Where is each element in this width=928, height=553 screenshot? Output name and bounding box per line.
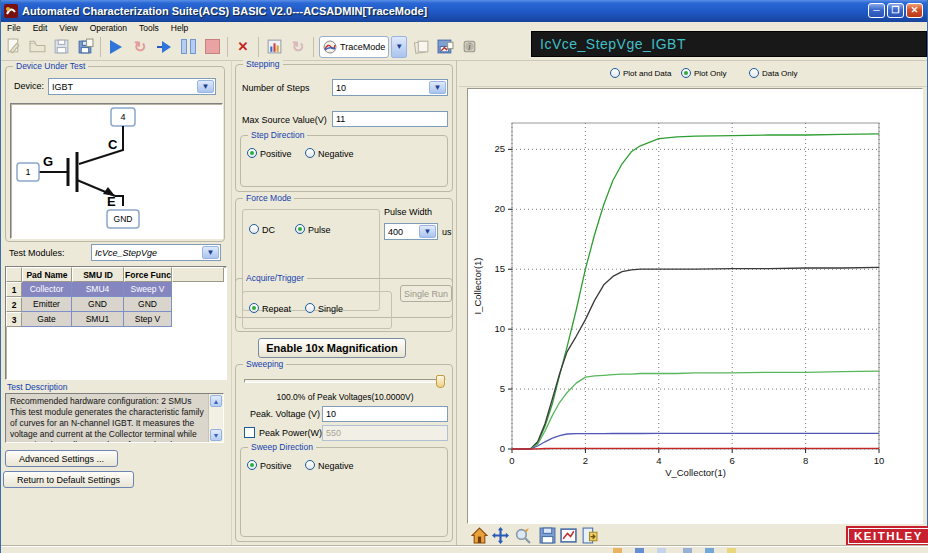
menu-file[interactable]: File <box>1 23 27 33</box>
view-options-bar: Plot and Data Plot Only Data Only <box>459 60 927 87</box>
device-chevron-icon[interactable]: ▼ <box>197 80 214 93</box>
acquire-options-box: Repeat Single <box>242 291 392 329</box>
test-modules-select[interactable]: IcVce_StepVge ▼ <box>91 244 221 261</box>
save-data-icon[interactable] <box>433 36 457 58</box>
stop-icon[interactable] <box>200 36 224 58</box>
description-scrollbar[interactable]: ▲ ▼ <box>208 394 223 442</box>
save-icon[interactable] <box>49 36 73 58</box>
menu-view[interactable]: View <box>53 23 83 33</box>
return-default-settings-button[interactable]: Return to Default Settings <box>3 471 134 488</box>
menu-tools[interactable]: Tools <box>133 23 165 33</box>
row-number: 3 <box>6 312 22 327</box>
system-info-icon[interactable]: i <box>457 36 481 58</box>
svg-text:2: 2 <box>583 455 588 466</box>
menu-edit[interactable]: Edit <box>27 23 54 33</box>
plot-and-data-radio[interactable] <box>610 68 620 78</box>
cell-pad-name[interactable]: Emitter <box>22 297 72 312</box>
settings-panel: Stepping Number of Steps 10 ▼ Max Source… <box>231 60 457 545</box>
open-icon[interactable] <box>25 36 49 58</box>
menu-operation[interactable]: Operation <box>84 23 133 33</box>
library-icon[interactable] <box>409 36 433 58</box>
scroll-up-icon[interactable]: ▲ <box>210 395 222 407</box>
pulse-width-select[interactable]: 400 ▼ <box>384 223 438 240</box>
cell-pad-name[interactable]: Gate <box>22 312 72 327</box>
single-radio[interactable] <box>305 303 315 313</box>
minimize-button[interactable]: ─ <box>868 3 885 18</box>
step-positive-radio[interactable] <box>247 148 257 158</box>
home-icon[interactable] <box>471 527 488 544</box>
peak-voltage-label: Peak. Voltage (V) <box>250 409 320 419</box>
igbt-schematic: 4 C 1 G E <box>11 104 220 236</box>
device-select[interactable]: IGBT ▼ <box>48 78 216 95</box>
header-pad-name: Pad Name <box>22 267 72 282</box>
step-negative-radio[interactable] <box>305 148 315 158</box>
maximize-button[interactable]: ❐ <box>887 3 904 18</box>
max-source-value-input[interactable]: 11 <box>332 111 448 127</box>
cell-force-func[interactable]: Step V <box>124 312 172 327</box>
new-icon[interactable] <box>1 36 25 58</box>
slider-thumb[interactable] <box>436 375 445 388</box>
repeat-icon[interactable]: ↻ <box>128 36 152 58</box>
plot-only-radio[interactable] <box>681 68 691 78</box>
repeat-label: Repeat <box>262 304 291 314</box>
main-area: Device Under Test Device: IGBT ▼ 4 C <box>1 60 928 545</box>
save-all-icon[interactable] <box>73 36 97 58</box>
close-button[interactable]: ✕ <box>906 3 923 18</box>
cell-force-func[interactable]: Sweep V <box>124 282 172 297</box>
single-run-button[interactable]: Single Run <box>400 285 452 302</box>
pulse-radio[interactable] <box>295 224 305 234</box>
dc-radio[interactable] <box>249 224 259 234</box>
tracemode-chevron-icon[interactable]: ▼ <box>391 36 407 58</box>
svg-text:6: 6 <box>730 455 735 466</box>
pause-icon[interactable] <box>176 36 200 58</box>
test-modules-chevron-icon[interactable]: ▼ <box>202 246 219 259</box>
run-icon[interactable] <box>104 36 128 58</box>
cell-pad-name[interactable]: Collector <box>22 282 72 297</box>
cell-force-func[interactable]: GND <box>124 297 172 312</box>
pulse-label: Pulse <box>308 225 331 235</box>
table-row[interactable]: 3 Gate SMU1 Step V <box>6 312 226 327</box>
abort-icon[interactable]: ✕ <box>231 36 255 58</box>
pulse-width-chevron-icon[interactable]: ▼ <box>419 225 436 238</box>
cell-smu-id[interactable]: SMU4 <box>72 282 124 297</box>
cell-smu-id[interactable]: SMU1 <box>72 312 124 327</box>
device-label: Device: <box>14 81 44 91</box>
scroll-down-icon[interactable]: ▼ <box>210 429 222 441</box>
dc-label: DC <box>262 225 275 235</box>
table-row[interactable]: 2 Emitter GND GND <box>6 297 226 312</box>
active-test-name: IcVce_StepVge_IGBT <box>532 36 686 52</box>
repeat-radio[interactable] <box>249 303 259 313</box>
svg-text:I_Collector(1): I_Collector(1) <box>472 257 483 314</box>
acquire-trigger-title: Acquire/Trigger <box>243 273 307 283</box>
sweep-negative-radio[interactable] <box>305 460 315 470</box>
pulse-width-label: Pulse Width <box>384 207 432 217</box>
table-row[interactable]: 1 Collector SMU4 Sweep V <box>6 282 226 297</box>
run-trace-icon[interactable] <box>152 36 176 58</box>
cell-smu-id[interactable]: GND <box>72 297 124 312</box>
advanced-settings-button[interactable]: Advanced Settings ... <box>5 450 118 467</box>
save-figure-icon[interactable] <box>539 527 556 544</box>
number-of-steps-value: 10 <box>336 83 346 93</box>
svg-text:8: 8 <box>803 455 808 466</box>
data-only-radio[interactable] <box>749 68 759 78</box>
peak-voltage-input[interactable]: 10 <box>322 406 448 422</box>
row-number: 2 <box>6 297 22 312</box>
enable-magnification-button[interactable]: Enable 10x Magnification <box>258 338 406 358</box>
svg-text:4: 4 <box>656 455 661 466</box>
toolbar-separator <box>227 37 228 57</box>
plot-settings-icon[interactable] <box>560 527 577 544</box>
peak-voltage-slider[interactable] <box>244 375 446 387</box>
peak-power-checkbox[interactable] <box>244 427 255 438</box>
refresh-icon[interactable]: ↻ <box>286 36 310 58</box>
clipped-icon <box>613 548 622 553</box>
number-of-steps-select[interactable]: 10 ▼ <box>332 79 448 96</box>
sweep-positive-radio[interactable] <box>247 460 257 470</box>
zoom-icon[interactable] <box>514 527 531 544</box>
pan-icon[interactable] <box>492 527 509 544</box>
steps-chevron-icon[interactable]: ▼ <box>429 81 446 94</box>
export-data-icon[interactable] <box>581 527 598 544</box>
tracemode-select[interactable]: TraceMode <box>319 36 389 58</box>
peak-power-input[interactable]: 550 <box>322 425 448 441</box>
report-icon[interactable] <box>262 36 286 58</box>
menu-help[interactable]: Help <box>165 23 194 33</box>
